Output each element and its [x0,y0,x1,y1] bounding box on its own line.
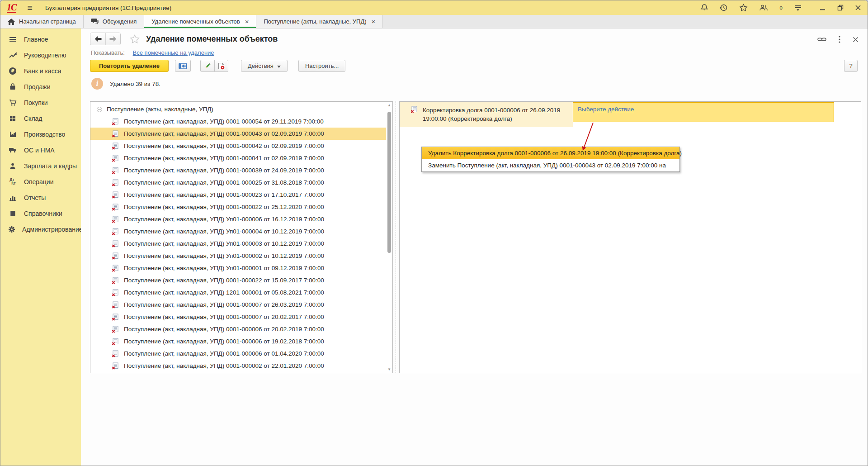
list-item[interactable]: Поступление (акт, накладная, УПД) 0001-0… [90,299,386,311]
tab[interactable]: Удаление помеченных объектов × [144,15,256,28]
service-menu-icon[interactable] [794,4,802,11]
edit-button[interactable] [200,60,215,72]
list-item[interactable]: Поступление (акт, накладная, УПД) 0001-0… [90,176,386,189]
referencing-item-row[interactable]: Корректировка долга 0001-000006 от 26.09… [400,102,861,128]
list-item[interactable]: Поступление (акт, накладная, УПД) 0001-0… [90,152,386,164]
marked-document-icon [112,228,119,235]
configure-button[interactable]: Настроить... [298,60,345,72]
sidebar-item-ruble[interactable]: ₽ Банк и касса [0,63,81,79]
open-in-list-button[interactable] [175,60,191,72]
dtkt-icon: ДтКт [8,178,17,185]
choose-action-link[interactable]: Выберите действие [578,106,634,113]
minimize-button[interactable] [820,5,826,11]
back-button[interactable] [90,33,105,45]
show-filter-link[interactable]: Все помеченные на удаление [133,49,214,56]
marked-document-icon [112,240,119,247]
scroll-down-icon[interactable]: ▼ [387,367,392,371]
marked-document-icon [112,338,119,345]
sidebar-item-trend[interactable]: Руководителю [0,47,81,63]
list-item[interactable]: Поступление (акт, накладная, УПД) 0001-0… [90,164,386,176]
progress-status: Удалено 39 из 78. [110,81,160,87]
history-icon[interactable] [720,4,728,12]
favorites-icon[interactable] [739,4,748,12]
referencing-item-line2: 19:00:00 (Корректировка долга) [423,115,512,122]
scroll-up-icon[interactable]: ▲ [387,103,392,107]
referencing-objects-panel: Корректировка долга 0001-000006 от 26.09… [399,101,861,373]
list-item[interactable]: Поступление (акт, накладная, УПД) 0001-0… [90,360,386,372]
list-item[interactable]: Поступление (акт, накладная, УПД) Уп01-0… [90,250,386,262]
close-page-icon[interactable] [853,37,859,43]
notifications-icon[interactable] [700,4,708,12]
show-label: Показывать: [91,49,125,56]
sidebar-item-cart[interactable]: Покупки [0,95,81,110]
menu-item[interactable]: Заменить Поступление (акт, накладная, УП… [422,159,679,171]
list-item[interactable]: Поступление (акт, накладная, УПД) 0001-0… [90,335,386,347]
menu-item[interactable]: Удалить Корректировка долга 0001-000006 … [422,147,679,159]
list-group-header[interactable]: Поступление (акты, накладные, УПД) [90,103,386,115]
sidebar-item-gear[interactable]: Администрирование [0,221,81,237]
marked-document-icon [112,167,119,174]
forward-button[interactable] [105,33,120,45]
tab[interactable]: Обсуждения [84,15,145,28]
marked-document-icon [112,191,119,199]
repeat-delete-button[interactable]: Повторить удаление [90,60,169,72]
tab-close-icon[interactable]: × [372,19,376,25]
tab[interactable]: Начальная страница [0,15,84,28]
list-item[interactable]: Поступление (акт, накладная, УПД) Уп01-0… [90,225,386,238]
list-item[interactable]: Поступление (акт, накладная, УПД) Уп01-0… [90,262,386,274]
list-item[interactable]: Поступление (акт, накладная, УПД) Уп01-0… [90,213,386,225]
trend-icon [8,52,17,59]
marked-document-icon [112,350,119,357]
list-item[interactable]: Поступление (акт, накладная, УПД) 1201-0… [90,286,386,299]
cart-icon [8,99,17,106]
list-item[interactable]: Поступление (акт, накладная, УПД) 0001-0… [90,128,386,140]
list-item[interactable]: Поступление (акт, накладная, УПД) 0001-0… [90,189,386,201]
marked-objects-list: Поступление (акты, накладные, УПД) Посту… [90,101,393,373]
tab[interactable]: Поступление (акты, накладные, УПД) × [256,15,383,28]
sidebar-item-bag[interactable]: Продажи [0,79,81,95]
list-item[interactable]: Поступление (акт, накладная, УПД) 0001-0… [90,140,386,152]
list-item[interactable]: Поступление (акт, накладная, УПД) 0001-0… [90,115,386,128]
users-icon[interactable] [759,4,768,11]
list-item[interactable]: Поступление (акт, накладная, УПД) 0001-0… [90,274,386,286]
restore-button[interactable] [837,5,844,11]
main-menu-icon[interactable]: ≡ [27,3,33,12]
panel-splitter[interactable] [396,101,396,373]
grid-icon [8,115,17,122]
list-item[interactable]: Поступление (акт, накладная, УПД) 0001-0… [90,323,386,335]
marked-document-icon [112,265,119,272]
chat-icon [91,18,99,25]
collapse-icon[interactable] [96,106,103,113]
marked-document-icon [112,204,119,211]
annotation-arrow [400,102,861,373]
action-cell[interactable]: Выберите действие [573,102,834,122]
sidebar-item-factory[interactable]: Производство [0,126,81,142]
sidebar-item-book[interactable]: Справочники [0,205,81,221]
scrollbar[interactable]: ▲ ▼ [386,102,392,373]
sidebar-item-chart[interactable]: Отчеты [0,190,81,205]
sidebar-item-truck[interactable]: ОС и НМА [0,142,81,158]
list-item[interactable]: Поступление (акт, накладная, УПД) 0001-0… [90,201,386,213]
help-button[interactable]: ? [844,60,858,72]
sidebar-item-grid[interactable]: Склад [0,110,81,126]
sidebar-item-dtkt[interactable]: ДтКт Операции [0,174,81,190]
menu-icon [8,36,17,43]
marked-document-icon [112,143,119,150]
marked-document-icon [410,106,418,123]
app-window: 1С ≡ Бухгалтерия предприятия (1С:Предпри… [0,0,868,466]
unmark-delete-button[interactable] [215,60,228,72]
more-menu-icon[interactable] [839,36,840,43]
get-link-icon[interactable] [817,37,826,42]
close-button[interactable] [855,5,861,11]
tab-close-icon[interactable]: × [245,19,249,25]
favorite-star-icon[interactable] [130,34,140,44]
ruble-icon: ₽ [8,67,17,75]
sidebar-item-menu[interactable]: Главное [0,31,81,47]
scrollbar-thumb[interactable] [387,112,391,253]
actions-button[interactable]: Действия [241,60,288,72]
list-item[interactable]: Поступление (акт, накладная, УПД) 0001-0… [90,347,386,360]
list-item[interactable]: Поступление (акт, накладная, УПД) 0001-0… [90,311,386,323]
page-title: Удаление помеченных объектов [146,34,278,44]
list-item[interactable]: Поступление (акт, накладная, УПД) Уп01-0… [90,238,386,250]
sidebar-item-person[interactable]: Зарплата и кадры [0,158,81,174]
